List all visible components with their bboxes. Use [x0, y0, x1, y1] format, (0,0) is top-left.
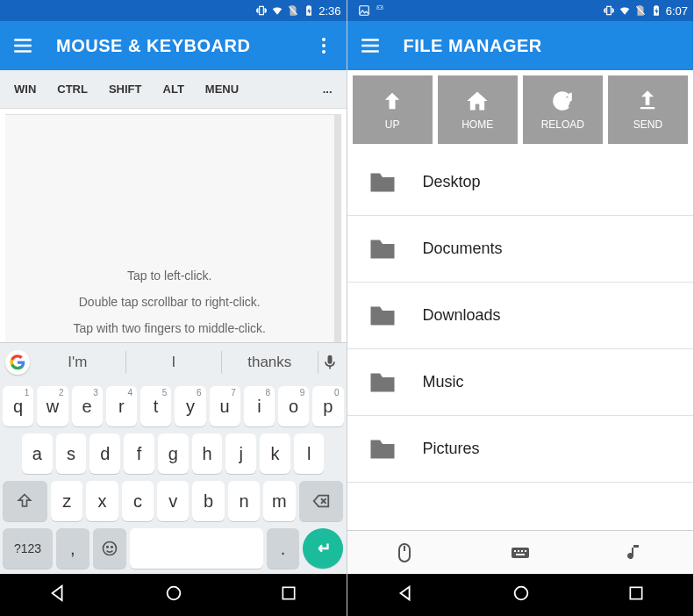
- menu-icon[interactable]: [11, 33, 35, 58]
- tab-keyboard[interactable]: [462, 531, 578, 574]
- action-send-label: SEND: [633, 118, 662, 131]
- suggestion-1[interactable]: I'm: [30, 351, 126, 374]
- key-comma[interactable]: ,: [56, 528, 89, 569]
- svg-point-2: [106, 547, 108, 548]
- key-y[interactable]: 6y: [175, 386, 205, 426]
- key-k[interactable]: k: [260, 433, 290, 474]
- folder-item-music[interactable]: Music: [347, 349, 694, 416]
- folder-icon: [367, 300, 398, 332]
- key-f[interactable]: f: [124, 433, 154, 474]
- system-nav-bar: [0, 574, 347, 616]
- suggestion-3[interactable]: thanks: [222, 351, 318, 374]
- no-sim-icon: [634, 4, 647, 17]
- key-r[interactable]: 4r: [106, 386, 137, 426]
- nav-home-icon[interactable]: [164, 584, 183, 606]
- folder-label: Documents: [423, 240, 503, 258]
- google-icon[interactable]: [5, 350, 30, 375]
- menu-icon[interactable]: [358, 33, 383, 58]
- key-z[interactable]: z: [51, 481, 82, 521]
- svg-point-3: [111, 547, 112, 548]
- folder-icon: [367, 233, 398, 265]
- folder-list[interactable]: Desktop Documents Downloads Music Pictur…: [347, 149, 694, 530]
- nav-home-icon[interactable]: [512, 584, 531, 606]
- modkey-shift[interactable]: SHIFT: [98, 70, 153, 108]
- status-bar: 2:36: [0, 0, 347, 21]
- key-i[interactable]: 8i: [244, 386, 275, 426]
- key-w[interactable]: 2w: [37, 386, 68, 426]
- soft-keyboard: 1q 2w 3e 4r 5t 6y 7u 8i 9o 0p a s d f g …: [0, 381, 347, 574]
- svg-rect-15: [516, 554, 525, 555]
- action-reload[interactable]: RELOAD: [523, 75, 603, 144]
- svg-rect-14: [525, 550, 526, 552]
- key-n[interactable]: n: [228, 481, 260, 521]
- suggestion-2[interactable]: I: [126, 351, 223, 374]
- svg-rect-13: [521, 550, 523, 552]
- key-c[interactable]: c: [122, 481, 154, 521]
- tab-music[interactable]: [578, 531, 694, 574]
- key-x[interactable]: x: [86, 481, 118, 521]
- app-title: FILE MANAGER: [404, 36, 542, 56]
- key-u[interactable]: 7u: [210, 386, 240, 426]
- key-period[interactable]: .: [267, 528, 300, 569]
- svg-rect-12: [518, 550, 519, 552]
- key-p[interactable]: 0p: [312, 386, 343, 426]
- overflow-menu-icon[interactable]: [311, 33, 336, 58]
- folder-item-documents[interactable]: Documents: [347, 216, 694, 283]
- folder-item-desktop[interactable]: Desktop: [347, 149, 694, 216]
- modkey-menu[interactable]: MENU: [195, 70, 249, 108]
- wifi-icon: [619, 4, 631, 17]
- key-e[interactable]: 3e: [72, 386, 103, 426]
- action-home[interactable]: HOME: [438, 75, 518, 144]
- vibrate-icon: [603, 4, 615, 17]
- key-q[interactable]: 1q: [3, 386, 33, 426]
- no-sim-icon: [287, 4, 299, 17]
- key-g[interactable]: g: [158, 433, 189, 474]
- svg-point-4: [168, 587, 181, 600]
- key-l[interactable]: l: [294, 433, 325, 474]
- modkey-ctrl[interactable]: CTRL: [47, 70, 98, 108]
- key-backspace[interactable]: [299, 481, 344, 521]
- touchpad-area[interactable]: Tap to left-click. Double tap scrollbar …: [5, 114, 341, 342]
- folder-label: Pictures: [423, 440, 480, 458]
- key-t[interactable]: 5t: [140, 386, 171, 426]
- key-m[interactable]: m: [263, 481, 295, 521]
- key-j[interactable]: j: [225, 433, 256, 474]
- bottom-tab-row: [347, 530, 694, 574]
- key-enter[interactable]: [303, 528, 343, 569]
- touchpad-hint-2: Double tap scrollbar to right-click.: [79, 295, 261, 309]
- key-shift[interactable]: [3, 481, 47, 521]
- nav-back-icon[interactable]: [396, 584, 415, 606]
- modkey-win[interactable]: WIN: [4, 70, 47, 108]
- image-notification-icon: [358, 4, 370, 17]
- svg-rect-5: [283, 587, 295, 598]
- key-b[interactable]: b: [192, 481, 224, 521]
- status-bar: 6:07: [347, 0, 694, 21]
- modkey-alt[interactable]: ALT: [153, 70, 195, 108]
- key-v[interactable]: v: [157, 481, 189, 521]
- folder-item-pictures[interactable]: Pictures: [347, 416, 694, 483]
- key-d[interactable]: d: [89, 433, 120, 474]
- mic-icon[interactable]: [318, 351, 341, 374]
- key-symbols[interactable]: ?123: [3, 528, 53, 569]
- modkey-more[interactable]: ...: [312, 70, 343, 108]
- status-time: 2:36: [318, 4, 340, 18]
- folder-icon: [367, 433, 398, 465]
- svg-rect-17: [630, 587, 641, 598]
- modifier-key-row: WIN CTRL SHIFT ALT MENU ...: [0, 70, 347, 109]
- key-a[interactable]: a: [22, 433, 53, 474]
- action-up[interactable]: UP: [353, 75, 433, 144]
- nav-recent-icon[interactable]: [280, 584, 297, 605]
- action-send[interactable]: SEND: [608, 75, 688, 144]
- tab-mouse[interactable]: [347, 531, 463, 574]
- key-emoji[interactable]: [93, 528, 126, 569]
- key-h[interactable]: h: [192, 433, 223, 474]
- folder-item-downloads[interactable]: Downloads: [347, 283, 694, 349]
- nav-recent-icon[interactable]: [627, 584, 645, 605]
- key-space[interactable]: [130, 528, 263, 569]
- keyboard-icon: [510, 542, 531, 563]
- key-o[interactable]: 9o: [278, 386, 309, 426]
- wifi-icon: [271, 4, 283, 17]
- key-s[interactable]: s: [56, 433, 87, 474]
- nav-back-icon[interactable]: [48, 584, 68, 606]
- folder-label: Music: [423, 373, 464, 391]
